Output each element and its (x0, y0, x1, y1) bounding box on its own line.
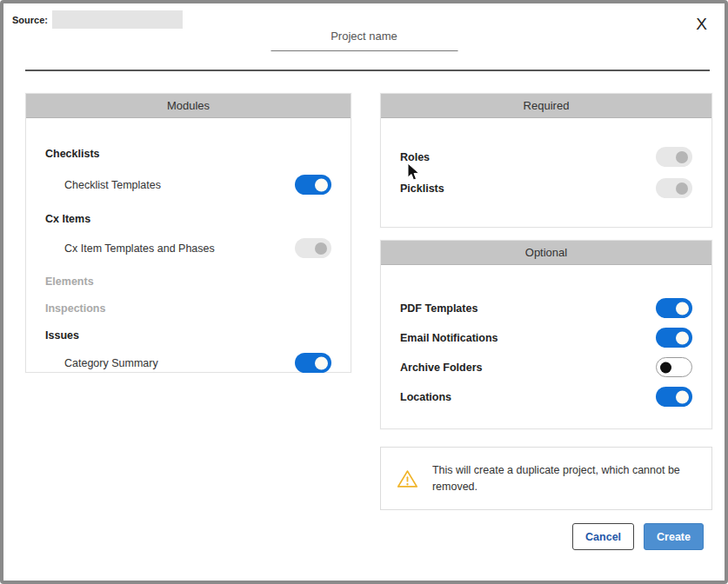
required-row-picklists: Picklists (400, 178, 692, 198)
module-row-label: Cx Item Templates and Phases (45, 242, 215, 255)
source-row: Source: (12, 10, 183, 29)
module-group-issues: Issues (45, 329, 331, 342)
required-row-label: Picklists (400, 182, 444, 195)
locations-toggle[interactable] (656, 387, 692, 407)
optional-row-label: Archive Folders (400, 362, 482, 374)
project-name-input[interactable] (270, 26, 458, 51)
optional-row-email-notifications: Email Notifications (400, 328, 692, 348)
warning-box: This will create a duplicate project, wh… (380, 447, 712, 510)
module-group-inspections: Inspections (45, 302, 331, 315)
required-panel-body: Roles Picklists (381, 147, 711, 198)
dialog-actions: Cancel Create (572, 523, 704, 550)
cx-item-templates-toggle[interactable] (295, 238, 331, 258)
roles-toggle[interactable] (656, 147, 692, 167)
create-button[interactable]: Create (644, 523, 704, 550)
optional-row-label: PDF Templates (400, 302, 478, 315)
warning-icon (397, 468, 418, 490)
required-row-label: Roles (400, 151, 430, 163)
optional-row-pdf-templates: PDF Templates (400, 298, 692, 318)
required-panel: Required Roles Picklists (380, 93, 712, 228)
module-row-cx-item-templates: Cx Item Templates and Phases (45, 238, 331, 258)
modules-panel-title: Modules (26, 94, 351, 118)
required-row-roles: Roles (400, 147, 692, 167)
source-label: Source: (12, 15, 48, 25)
module-group-cx-items: Cx Items (45, 213, 331, 225)
close-icon[interactable]: X (696, 16, 707, 32)
checklist-templates-toggle[interactable] (295, 175, 331, 195)
module-group-checklists: Checklists (45, 148, 331, 160)
optional-row-label: Locations (400, 391, 451, 403)
category-summary-toggle[interactable] (295, 353, 331, 373)
modules-panel-body: Checklists Checklist Templates Cx Items … (26, 148, 351, 373)
optional-row-archive-folders: Archive Folders (400, 357, 692, 377)
module-row-checklist-templates: Checklist Templates (45, 175, 331, 195)
archive-folders-toggle[interactable] (656, 357, 692, 377)
optional-row-label: Email Notifications (400, 332, 498, 344)
required-panel-title: Required (381, 94, 711, 118)
module-group-elements: Elements (45, 275, 331, 288)
picklists-toggle[interactable] (656, 178, 692, 198)
warning-text: This will create a duplicate project, wh… (432, 462, 696, 494)
pdf-templates-toggle[interactable] (656, 298, 692, 318)
module-row-category-summary: Category Summary (45, 353, 331, 373)
optional-panel-title: Optional (381, 241, 711, 265)
cancel-button[interactable]: Cancel (572, 523, 634, 550)
optional-row-locations: Locations (400, 387, 692, 407)
module-row-label: Category Summary (45, 357, 158, 369)
optional-panel-body: PDF Templates Email Notifications Archiv… (381, 298, 711, 407)
module-row-label: Checklist Templates (45, 179, 161, 191)
modules-panel: Modules Checklists Checklist Templates C… (25, 93, 351, 373)
email-notifications-toggle[interactable] (656, 328, 692, 348)
duplicate-project-dialog: Source: X Modules Checklists Checklist T… (0, 0, 728, 584)
header-divider (25, 70, 710, 71)
optional-panel: Optional PDF Templates Email Notificatio… (380, 240, 712, 429)
source-value-redacted (52, 10, 183, 29)
